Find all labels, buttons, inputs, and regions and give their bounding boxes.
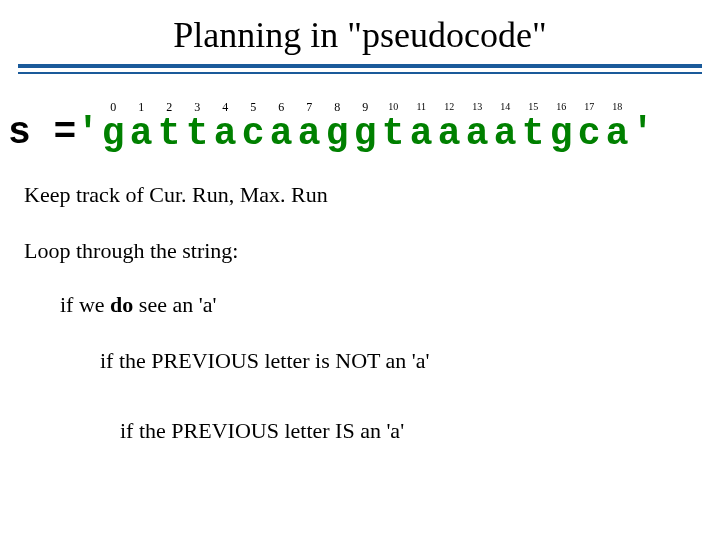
- char-letter: g: [102, 114, 125, 154]
- char-letter: a: [410, 114, 433, 154]
- char-letter: t: [522, 114, 545, 154]
- char-letter: a: [606, 114, 629, 154]
- char-cell: 11a: [407, 100, 435, 154]
- char-cell: 8g: [323, 100, 351, 154]
- char-letter: t: [186, 114, 209, 154]
- char-letter: t: [382, 114, 405, 154]
- char-cell: 3t: [183, 100, 211, 154]
- char-letter: a: [298, 114, 321, 154]
- char-letter: g: [354, 114, 377, 154]
- char-letter: c: [578, 114, 601, 154]
- char-letter: g: [550, 114, 573, 154]
- char-cell: 13a: [463, 100, 491, 154]
- code-block: s = ' 0g1a2t3t4a5c6a7a8g9g10t11a12a13a14…: [0, 100, 720, 154]
- char-letter: t: [158, 114, 181, 154]
- code-lhs: s =: [8, 111, 76, 154]
- char-letter: a: [438, 114, 461, 154]
- char-cell: 9g: [351, 100, 379, 154]
- char-cell: 5c: [239, 100, 267, 154]
- text-prev-not-a: if the PREVIOUS letter is NOT an 'a': [0, 348, 720, 374]
- open-quote: ': [76, 111, 99, 154]
- char-letter: a: [494, 114, 517, 154]
- char-cell: 10t: [379, 100, 407, 154]
- text-keep-track: Keep track of Cur. Run, Max. Run: [0, 182, 720, 208]
- text-if-do-see: if we do see an 'a': [0, 292, 720, 318]
- char-letter: g: [326, 114, 349, 154]
- text-prev-is-a: if the PREVIOUS letter IS an 'a': [0, 418, 720, 444]
- char-cell: 18a: [603, 100, 631, 154]
- char-cell: 14a: [491, 100, 519, 154]
- char-cell: 2t: [155, 100, 183, 154]
- char-cell: 12a: [435, 100, 463, 154]
- char-cell: 0g: [99, 100, 127, 154]
- char-letter: a: [214, 114, 237, 154]
- char-cell: 4a: [211, 100, 239, 154]
- page-title: Planning in "pseudocode": [0, 0, 720, 64]
- char-cell: 16g: [547, 100, 575, 154]
- char-cell: 15t: [519, 100, 547, 154]
- close-quote: ': [631, 111, 654, 154]
- char-cell: 17c: [575, 100, 603, 154]
- char-cell: 1a: [127, 100, 155, 154]
- char-letter: c: [242, 114, 265, 154]
- char-letter: a: [130, 114, 153, 154]
- code-chars: 0g1a2t3t4a5c6a7a8g9g10t11a12a13a14a15t16…: [99, 100, 631, 154]
- char-letter: a: [270, 114, 293, 154]
- char-cell: 6a: [267, 100, 295, 154]
- char-cell: 7a: [295, 100, 323, 154]
- char-letter: a: [466, 114, 489, 154]
- text-loop: Loop through the string:: [0, 238, 720, 264]
- title-rule: [18, 64, 702, 74]
